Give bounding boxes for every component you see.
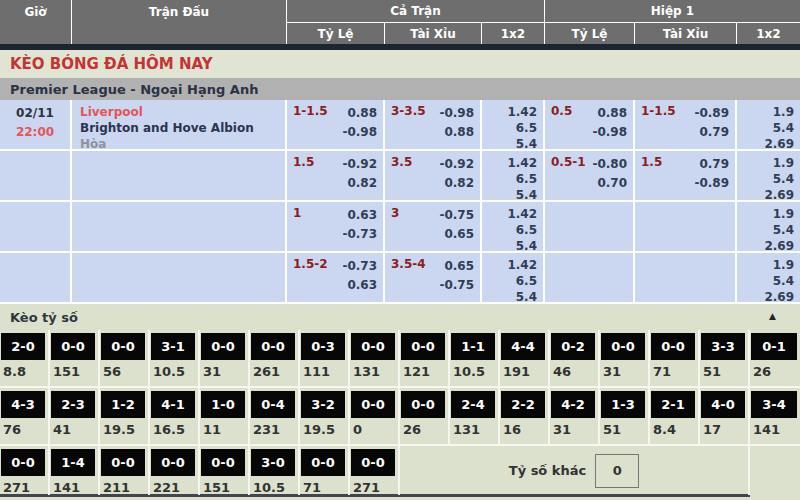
ft-1x2-cell[interactable]: 1.426.55.4 xyxy=(482,253,545,302)
score-odds[interactable]: 76 xyxy=(0,418,48,437)
score-cell[interactable]: 0-0121 xyxy=(400,330,450,386)
score-odds[interactable]: 151 xyxy=(200,476,248,495)
score-cell[interactable]: 2-216 xyxy=(500,388,550,444)
h1-1x2-cell[interactable]: 1.95.42.69 xyxy=(737,202,800,251)
score-odds[interactable]: 71 xyxy=(650,360,698,379)
other-score-box[interactable]: 0 xyxy=(595,454,639,488)
score-odds[interactable]: 261 xyxy=(250,360,298,379)
score-cell[interactable]: 0-071 xyxy=(650,330,700,386)
score-cell[interactable]: 2-18.4 xyxy=(650,388,700,444)
score-box[interactable]: 2-2 xyxy=(501,391,545,418)
score-odds[interactable]: 191 xyxy=(500,360,548,379)
h1-handicap-cell[interactable]: 0.50.88-0.98 xyxy=(545,100,635,149)
score-odds[interactable]: 141 xyxy=(50,476,98,495)
score-box[interactable]: 2-3 xyxy=(51,391,95,418)
score-cell[interactable]: 0-0211 xyxy=(100,446,150,495)
score-box[interactable]: 3-3 xyxy=(701,333,745,360)
score-odds[interactable]: 131 xyxy=(450,418,498,437)
score-box[interactable]: 2-0 xyxy=(1,333,45,360)
score-box[interactable]: 0-0 xyxy=(101,449,145,476)
score-box[interactable]: 0-0 xyxy=(151,449,195,476)
score-box[interactable]: 1-2 xyxy=(101,391,145,418)
score-box[interactable]: 0-4 xyxy=(251,391,295,418)
score-odds[interactable]: 231 xyxy=(250,418,298,437)
score-cell[interactable]: 0-0151 xyxy=(200,446,250,495)
score-odds[interactable]: 17 xyxy=(700,418,748,437)
score-box[interactable]: 0-0 xyxy=(1,449,45,476)
h1-overunder-cell[interactable] xyxy=(635,253,737,302)
collapse-arrow-icon[interactable]: ▲ xyxy=(769,311,776,321)
score-box[interactable]: 2-4 xyxy=(451,391,495,418)
score-cell[interactable]: 0-246 xyxy=(550,330,600,386)
h1-1x2-cell[interactable]: 1.95.42.69 xyxy=(737,151,800,200)
score-cell[interactable]: 2-341 xyxy=(50,388,100,444)
score-odds[interactable]: 211 xyxy=(100,476,148,495)
score-cell[interactable]: 0-0221 xyxy=(150,446,200,495)
score-cell[interactable]: 0-0131 xyxy=(350,330,400,386)
score-box[interactable]: 0-0 xyxy=(601,333,645,360)
score-odds[interactable]: 10.5 xyxy=(250,476,298,495)
score-box[interactable]: 3-0 xyxy=(251,449,295,476)
score-cell[interactable]: 0-126 xyxy=(750,330,800,386)
score-box[interactable]: 4-3 xyxy=(1,391,45,418)
score-odds[interactable]: 26 xyxy=(750,360,800,379)
ft-handicap-cell[interactable]: 1.5-2-0.730.63 xyxy=(287,253,385,302)
score-cell[interactable]: 3-351 xyxy=(700,330,750,386)
score-box[interactable]: 0-2 xyxy=(551,333,595,360)
home-team[interactable]: Liverpool xyxy=(80,104,279,120)
score-odds[interactable]: 31 xyxy=(600,360,648,379)
score-odds[interactable]: 141 xyxy=(750,418,800,437)
score-box[interactable]: 0-0 xyxy=(301,449,345,476)
score-cell[interactable]: 0-0261 xyxy=(250,330,300,386)
score-box[interactable]: 4-0 xyxy=(701,391,745,418)
score-box[interactable]: 0-0 xyxy=(401,333,445,360)
score-cell[interactable]: 0-0151 xyxy=(50,330,100,386)
score-odds[interactable]: 46 xyxy=(550,360,598,379)
score-cell[interactable]: 2-08.8 xyxy=(0,330,50,386)
score-odds[interactable]: 111 xyxy=(300,360,348,379)
score-cell[interactable]: 0-031 xyxy=(600,330,650,386)
score-odds[interactable]: 51 xyxy=(600,418,648,437)
away-team[interactable]: Brighton and Hove Albion xyxy=(80,120,279,136)
score-cell[interactable]: 0-0271 xyxy=(0,446,50,495)
ft-handicap-cell[interactable]: 1.5-0.920.82 xyxy=(287,151,385,200)
score-cell[interactable]: 0-026 xyxy=(400,388,450,444)
score-cell[interactable]: 0-3111 xyxy=(300,330,350,386)
score-odds[interactable]: 11 xyxy=(200,418,248,437)
score-odds[interactable]: 131 xyxy=(350,360,398,379)
score-cell[interactable]: 1-110.5 xyxy=(450,330,500,386)
ft-1x2-cell[interactable]: 1.426.55.4 xyxy=(482,100,545,149)
score-odds[interactable]: 31 xyxy=(550,418,598,437)
score-odds[interactable]: 19.5 xyxy=(100,418,148,437)
ft-handicap-cell[interactable]: 1-1.50.88-0.98 xyxy=(287,100,385,149)
h1-overunder-cell[interactable]: 1.50.79-0.89 xyxy=(635,151,737,200)
score-cell[interactable]: 3-110.5 xyxy=(150,330,200,386)
h1-1x2-cell[interactable]: 1.95.42.69 xyxy=(737,100,800,149)
score-box[interactable]: 4-1 xyxy=(151,391,195,418)
score-box[interactable]: 1-4 xyxy=(51,449,95,476)
score-odds[interactable]: 121 xyxy=(400,360,448,379)
score-cell[interactable]: 4-017 xyxy=(700,388,750,444)
score-cell[interactable]: 4-116.5 xyxy=(150,388,200,444)
score-cell[interactable]: 2-4131 xyxy=(450,388,500,444)
ft-1x2-cell[interactable]: 1.426.55.4 xyxy=(482,151,545,200)
score-cell[interactable]: 1-351 xyxy=(600,388,650,444)
score-box[interactable]: 0-0 xyxy=(351,449,395,476)
ft-overunder-cell[interactable]: 3.5-0.920.82 xyxy=(385,151,482,200)
score-box[interactable]: 0-0 xyxy=(51,333,95,360)
ft-handicap-cell[interactable]: 10.63-0.73 xyxy=(287,202,385,251)
score-cell[interactable]: 4-231 xyxy=(550,388,600,444)
score-odds[interactable]: 10.5 xyxy=(150,360,198,379)
score-cell[interactable]: 1-011 xyxy=(200,388,250,444)
score-odds[interactable]: 221 xyxy=(150,476,198,495)
score-box[interactable]: 0-1 xyxy=(751,333,797,360)
score-box[interactable]: 0-0 xyxy=(351,333,395,360)
score-cell[interactable]: 0-056 xyxy=(100,330,150,386)
score-odds[interactable]: 19.5 xyxy=(300,418,348,437)
match-teams-cell[interactable]: LiverpoolBrighton and Hove AlbionHòa xyxy=(72,100,287,149)
score-box[interactable]: 3-1 xyxy=(151,333,195,360)
score-box[interactable]: 4-4 xyxy=(501,333,545,360)
score-box[interactable]: 3-4 xyxy=(751,391,797,418)
score-box[interactable]: 0-0 xyxy=(101,333,145,360)
score-odds[interactable]: 0 xyxy=(350,418,398,437)
